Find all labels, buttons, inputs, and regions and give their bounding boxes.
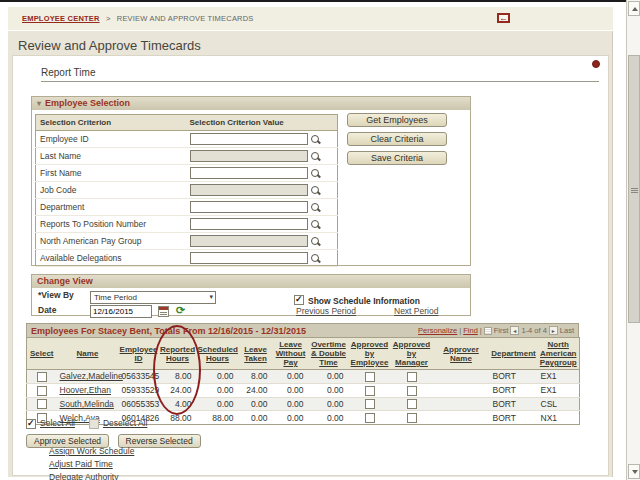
employees-table: Select Name Employee ID Reported Hours S… xyxy=(26,337,580,425)
select-all-link[interactable]: Select All xyxy=(40,418,75,428)
job-code-field[interactable] xyxy=(190,184,308,196)
reported-hours-cell: 88.00 xyxy=(159,411,197,425)
alert-icon[interactable] xyxy=(592,60,600,68)
overtime-cell: 0.00 xyxy=(309,370,349,384)
find-link[interactable]: Find xyxy=(463,326,478,335)
next-rows-icon[interactable]: ▸ xyxy=(549,326,558,335)
deselect-all-link[interactable]: Deselect All xyxy=(103,418,147,428)
approved-by-employee-checkbox[interactable]: ✓ xyxy=(365,372,375,382)
criteria-col-header: Selection Criterion xyxy=(36,115,186,131)
approved-by-manager-checkbox[interactable]: ✓ xyxy=(407,399,417,409)
criteria-row: Last Name xyxy=(36,148,338,165)
col-employee-id[interactable]: Employee ID xyxy=(120,345,158,363)
clear-criteria-button[interactable]: Clear Criteria xyxy=(347,132,447,146)
get-employees-button[interactable]: Get Employees xyxy=(347,113,447,127)
breadcrumb-separator: > xyxy=(106,14,111,23)
approved-by-employee-checkbox[interactable]: ✓ xyxy=(365,399,375,409)
col-overtime-double-time[interactable]: Overtime & Double Time xyxy=(311,340,346,367)
overtime-cell: 0.00 xyxy=(309,383,349,397)
lookup-icon[interactable] xyxy=(310,168,321,179)
col-select[interactable]: Select xyxy=(30,349,54,358)
department-field[interactable] xyxy=(190,201,308,213)
leave-taken-cell: 24.00 xyxy=(239,383,273,397)
breadcrumb-home-link[interactable]: EMPLOYEE CENTER xyxy=(22,14,100,23)
criteria-row: Available Delegations xyxy=(36,250,338,267)
select-all-checkbox[interactable]: ✓ xyxy=(26,419,36,429)
calendar-icon[interactable] xyxy=(158,306,169,317)
available-delegations-field[interactable] xyxy=(190,252,308,264)
department-cell: BORT xyxy=(490,370,538,384)
exit-icon[interactable]: ← xyxy=(497,13,510,23)
approved-by-employee-checkbox[interactable]: ✓ xyxy=(365,386,375,396)
criteria-row: Department xyxy=(36,199,338,216)
scroll-down-icon[interactable] xyxy=(628,464,640,479)
col-leave-without-pay[interactable]: Leave Without Pay xyxy=(276,340,306,367)
col-paygroup[interactable]: North American Paygroup xyxy=(540,340,577,367)
view-by-select[interactable]: Time Period ▾ xyxy=(90,291,216,304)
scheduled-hours-cell: 88.00 xyxy=(197,411,239,425)
col-name[interactable]: Name xyxy=(77,349,99,358)
lookup-icon[interactable] xyxy=(310,202,321,213)
approved-by-employee-checkbox[interactable]: ✓ xyxy=(365,413,375,423)
employee-name-link[interactable]: South,Melinda xyxy=(60,399,114,409)
criteria-row: Job Code xyxy=(36,182,338,199)
row-select-checkbox[interactable]: ✓ xyxy=(37,372,47,382)
row-select-checkbox[interactable]: ✓ xyxy=(37,386,47,396)
breadcrumb-bar: EMPLOYEE CENTER > REVIEW AND APPROVE TIM… xyxy=(8,7,613,30)
employee-selection-groupbox: ▾Employee Selection Selection Criterion … xyxy=(31,96,471,266)
lookup-icon[interactable] xyxy=(310,253,321,264)
approved-by-manager-checkbox[interactable]: ✓ xyxy=(407,386,417,396)
lookup-icon[interactable] xyxy=(310,134,321,145)
col-approver-name[interactable]: Approver Name xyxy=(443,345,479,363)
refresh-icon[interactable]: ⟳ xyxy=(176,304,185,317)
col-department[interactable]: Department xyxy=(491,349,535,358)
next-period-link[interactable]: Next Period xyxy=(394,306,438,316)
row-select-checkbox[interactable]: ✓ xyxy=(37,399,47,409)
reports-to-position-field[interactable] xyxy=(190,218,308,230)
employee-id-field[interactable] xyxy=(190,133,308,145)
approver-name-cell xyxy=(433,370,490,384)
col-scheduled-hours[interactable]: Scheduled Hours xyxy=(198,345,238,363)
last-name-field[interactable] xyxy=(190,150,308,162)
col-leave-taken[interactable]: Leave Taken xyxy=(244,345,267,363)
criterion-label: Last Name xyxy=(36,148,186,165)
scroll-up-icon[interactable] xyxy=(628,1,640,16)
department-cell: BORT xyxy=(490,411,538,425)
lookup-icon[interactable] xyxy=(310,151,321,162)
employee-id-cell: 05933529 xyxy=(119,383,159,397)
employee-name-link[interactable]: Galvez,Madeline xyxy=(60,371,123,381)
lookup-icon[interactable] xyxy=(310,219,321,230)
save-criteria-button[interactable]: Save Criteria xyxy=(347,151,447,165)
scrollbar-thumb[interactable] xyxy=(628,55,640,323)
section-label-report-time: Report Time xyxy=(41,67,95,78)
view-all-icon[interactable] xyxy=(484,327,492,335)
criteria-row: Employee ID xyxy=(36,131,338,148)
previous-period-link[interactable]: Previous Period xyxy=(296,306,356,316)
approved-by-manager-checkbox[interactable]: ✓ xyxy=(407,372,417,382)
lookup-icon[interactable] xyxy=(310,185,321,196)
adjust-paid-time-link[interactable]: Adjust Paid Time xyxy=(49,459,134,469)
employees-header-row: Select Name Employee ID Reported Hours S… xyxy=(27,338,580,370)
first-name-field[interactable] xyxy=(190,167,308,179)
view-by-label: *View By xyxy=(38,290,74,300)
col-approved-by-employee[interactable]: Approved by Employee xyxy=(351,340,389,367)
lookup-icon[interactable] xyxy=(310,236,321,247)
personalize-link[interactable]: Personalize xyxy=(418,326,457,335)
show-schedule-checkbox[interactable]: ✓ xyxy=(294,295,304,305)
col-reported-hours[interactable]: Reported Hours xyxy=(160,345,195,363)
reported-hours-cell: 24.00 xyxy=(159,383,197,397)
col-approved-by-manager[interactable]: Approved by Manager xyxy=(393,340,430,367)
deselect-all-icon[interactable] xyxy=(89,419,99,429)
date-input[interactable] xyxy=(90,305,152,318)
assign-work-schedule-link[interactable]: Assign Work Schedule xyxy=(49,446,134,456)
delegate-authority-link[interactable]: Delegate Authority xyxy=(49,472,134,480)
employee-name-link[interactable]: Hoover,Ethan xyxy=(60,385,112,395)
pay-group-field[interactable] xyxy=(190,235,308,247)
collapse-section-icon[interactable]: ▾ xyxy=(37,99,41,108)
leave-taken-cell: 0.00 xyxy=(239,397,273,411)
approved-by-manager-checkbox[interactable]: ✓ xyxy=(407,413,417,423)
report-time-panel: Report Time ▾Employee Selection Selectio… xyxy=(12,55,609,476)
previous-rows-icon[interactable]: ◂ xyxy=(510,326,519,335)
criterion-label: Reports To Position Number xyxy=(36,216,186,233)
employee-id-cell: 06055353 xyxy=(119,397,159,411)
